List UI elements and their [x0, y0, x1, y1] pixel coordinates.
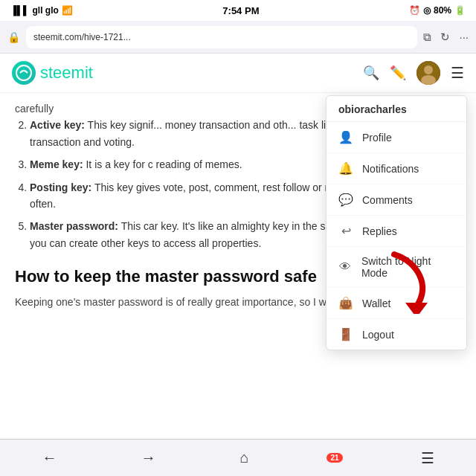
status-time: 7:54 PM — [222, 5, 259, 16]
more-icon[interactable]: ··· — [459, 30, 469, 43]
forward-icon: → — [135, 443, 161, 472]
main-content: steemit 🔍 ✏️ ☰ carefully Active key: Thi… — [0, 54, 476, 461]
nav-menu[interactable]: ☰ — [415, 443, 440, 473]
dropdown-item-notifications[interactable]: 🔔 Notifications — [327, 153, 466, 184]
alarm-icon: ⏰ — [409, 5, 420, 16]
status-right: ⏰ ◎ 80% 🔋 — [409, 5, 466, 16]
status-left: ▐▌▌ gll glo 📶 — [10, 5, 73, 16]
status-bar: ▐▌▌ gll glo 📶 7:54 PM ⏰ ◎ 80% 🔋 — [0, 0, 476, 21]
dropdown-item-profile[interactable]: 👤 Profile — [327, 122, 466, 153]
svg-point-0 — [16, 65, 31, 80]
tabs-badge: 21 — [327, 453, 342, 463]
dropdown-item-comments[interactable]: 💬 Comments — [327, 184, 466, 216]
browser-actions: ⧉ ↻ ··· — [423, 30, 469, 44]
url-bar[interactable]: steemit.com/hive-1721... — [26, 26, 417, 48]
battery-icon: 🔋 — [454, 5, 466, 16]
back-icon: ← — [36, 443, 62, 472]
nav-home[interactable]: ⌂ — [234, 443, 254, 472]
refresh-icon[interactable]: ↻ — [440, 30, 450, 44]
profile-icon: 👤 — [338, 130, 353, 144]
dropdown-item-nightmode[interactable]: 👁 Switch to Night Mode — [327, 247, 466, 288]
nightmode-icon: 👁 — [338, 260, 353, 274]
user-avatar[interactable] — [416, 61, 440, 85]
steemit-logo: steemit — [12, 61, 93, 85]
svg-point-2 — [424, 65, 433, 74]
wallet-label: Wallet — [362, 298, 390, 309]
battery-percent: 80% — [434, 5, 451, 16]
bottom-nav: ← → ⌂ 21 ☰ — [0, 439, 476, 476]
copy-icon[interactable]: ⧉ — [423, 30, 431, 44]
notifications-icon: 🔔 — [338, 161, 353, 176]
dropdown-item-logout[interactable]: 🚪 Logout — [327, 319, 466, 350]
comments-label: Comments — [362, 194, 413, 206]
wifi-icon: 📶 — [62, 5, 73, 16]
url-text: steemit.com/hive-1721... — [33, 32, 131, 42]
logo-icon — [12, 61, 36, 85]
home-icon: ⌂ — [234, 443, 254, 472]
replies-icon: ↩ — [338, 224, 353, 238]
logout-icon: 🚪 — [338, 327, 353, 341]
replies-label: Replies — [362, 225, 397, 237]
steemit-header: steemit 🔍 ✏️ ☰ — [0, 54, 476, 93]
wallet-icon: 👜 — [338, 296, 353, 310]
notifications-label: Notifications — [362, 163, 419, 175]
nav-tabs[interactable]: 21 — [327, 453, 342, 463]
edit-icon[interactable]: ✏️ — [390, 65, 406, 81]
hamburger-icon[interactable]: ☰ — [451, 64, 464, 82]
dropdown-item-wallet[interactable]: 👜 Wallet — [327, 288, 466, 319]
header-icons: 🔍 ✏️ ☰ — [363, 61, 464, 85]
search-icon[interactable]: 🔍 — [363, 65, 379, 81]
browser-bar: 🔒 steemit.com/hive-1721... ⧉ ↻ ··· — [0, 21, 476, 54]
location-icon: ◎ — [423, 5, 431, 16]
lock-icon: 🔒 — [7, 31, 20, 43]
comments-icon: 💬 — [338, 193, 353, 207]
profile-label: Profile — [362, 132, 392, 144]
menu-icon: ☰ — [415, 443, 440, 473]
signal-icon: ▐▌▌ — [10, 5, 30, 16]
logo-text: steemit — [40, 63, 93, 83]
logout-label: Logout — [362, 329, 394, 341]
dropdown-username: obioracharles — [327, 96, 466, 122]
nav-forward[interactable]: → — [135, 443, 161, 472]
dropdown-menu: obioracharles 👤 Profile 🔔 Notifications … — [326, 95, 467, 350]
nav-back[interactable]: ← — [36, 443, 62, 472]
dropdown-item-replies[interactable]: ↩ Replies — [327, 216, 466, 247]
carrier-label: gll glo — [33, 5, 59, 16]
nightmode-label: Switch to Night Mode — [361, 255, 454, 279]
